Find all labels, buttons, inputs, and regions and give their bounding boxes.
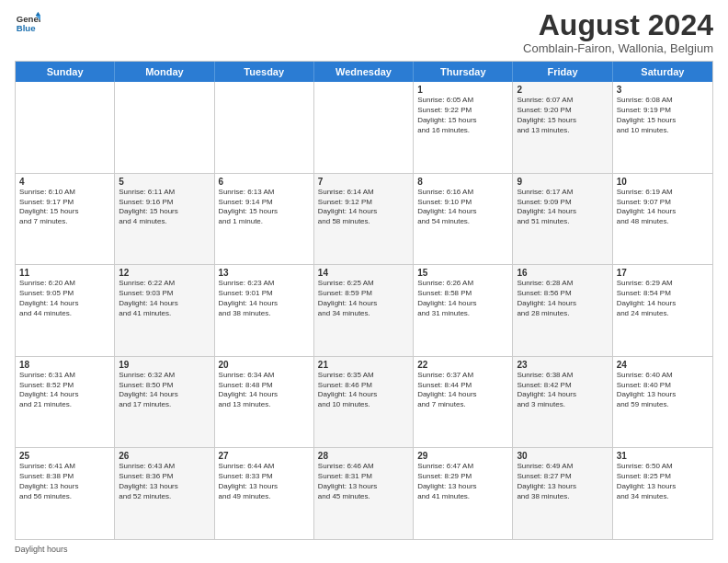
day-number: 20 xyxy=(219,360,310,370)
cell-text: Sunrise: 6:32 AM Sunset: 8:50 PM Dayligh… xyxy=(119,371,210,410)
cal-header-day-tuesday: Tuesday xyxy=(215,62,314,82)
cal-row-0: 1Sunrise: 6:05 AM Sunset: 9:22 PM Daylig… xyxy=(16,82,712,173)
calendar: SundayMondayTuesdayWednesdayThursdayFrid… xyxy=(15,61,713,540)
day-number: 28 xyxy=(318,451,409,461)
cal-row-3: 18Sunrise: 6:31 AM Sunset: 8:52 PM Dayli… xyxy=(16,356,712,448)
day-number: 17 xyxy=(617,268,709,278)
cell-text: Sunrise: 6:44 AM Sunset: 8:33 PM Dayligh… xyxy=(219,462,310,501)
day-number: 25 xyxy=(19,451,110,461)
day-number: 15 xyxy=(417,268,508,278)
cal-cell-empty xyxy=(314,82,414,173)
day-number: 4 xyxy=(19,177,110,187)
logo-icon: General Blue xyxy=(15,9,40,35)
cal-header-day-saturday: Saturday xyxy=(613,62,712,82)
footer: Daylight hours xyxy=(15,545,713,554)
day-number: 1 xyxy=(417,85,508,95)
day-number: 6 xyxy=(219,177,310,187)
cell-text: Sunrise: 6:20 AM Sunset: 9:05 PM Dayligh… xyxy=(19,279,110,318)
cal-cell-day-31: 31Sunrise: 6:50 AM Sunset: 8:25 PM Dayli… xyxy=(613,448,712,539)
subtitle: Comblain-Fairon, Wallonia, Belgium xyxy=(523,41,713,55)
title-block: August 2024 Comblain-Fairon, Wallonia, B… xyxy=(523,9,713,55)
day-number: 9 xyxy=(517,177,608,187)
cell-text: Sunrise: 6:41 AM Sunset: 8:38 PM Dayligh… xyxy=(19,462,110,501)
day-number: 19 xyxy=(119,360,210,370)
cal-cell-day-23: 23Sunrise: 6:38 AM Sunset: 8:42 PM Dayli… xyxy=(513,357,612,448)
cal-row-4: 25Sunrise: 6:41 AM Sunset: 8:38 PM Dayli… xyxy=(16,447,712,539)
cal-header-day-thursday: Thursday xyxy=(414,62,513,82)
cal-cell-day-22: 22Sunrise: 6:37 AM Sunset: 8:44 PM Dayli… xyxy=(414,357,513,448)
cell-text: Sunrise: 6:38 AM Sunset: 8:42 PM Dayligh… xyxy=(517,371,608,410)
cell-text: Sunrise: 6:49 AM Sunset: 8:27 PM Dayligh… xyxy=(517,462,608,501)
day-number: 26 xyxy=(119,451,210,461)
cal-cell-day-2: 2Sunrise: 6:07 AM Sunset: 9:20 PM Daylig… xyxy=(513,82,612,173)
cal-header-day-sunday: Sunday xyxy=(16,62,115,82)
cal-cell-day-12: 12Sunrise: 6:22 AM Sunset: 9:03 PM Dayli… xyxy=(115,265,214,356)
day-number: 3 xyxy=(617,85,709,95)
header: General Blue August 2024 Comblain-Fairon… xyxy=(15,9,713,55)
cal-cell-day-27: 27Sunrise: 6:44 AM Sunset: 8:33 PM Dayli… xyxy=(215,448,314,539)
logo: General Blue xyxy=(15,9,40,35)
cal-cell-day-5: 5Sunrise: 6:11 AM Sunset: 9:16 PM Daylig… xyxy=(115,174,214,265)
cell-text: Sunrise: 6:17 AM Sunset: 9:09 PM Dayligh… xyxy=(517,188,608,227)
cell-text: Sunrise: 6:34 AM Sunset: 8:48 PM Dayligh… xyxy=(219,371,310,410)
cal-cell-day-3: 3Sunrise: 6:08 AM Sunset: 9:19 PM Daylig… xyxy=(613,82,712,173)
cell-text: Sunrise: 6:08 AM Sunset: 9:19 PM Dayligh… xyxy=(617,96,709,135)
cell-text: Sunrise: 6:07 AM Sunset: 9:20 PM Dayligh… xyxy=(517,96,608,135)
day-number: 5 xyxy=(119,177,210,187)
cell-text: Sunrise: 6:50 AM Sunset: 8:25 PM Dayligh… xyxy=(617,462,709,501)
cell-text: Sunrise: 6:23 AM Sunset: 9:01 PM Dayligh… xyxy=(219,279,310,318)
cal-cell-day-1: 1Sunrise: 6:05 AM Sunset: 9:22 PM Daylig… xyxy=(414,82,513,173)
day-number: 13 xyxy=(219,268,310,278)
day-number: 30 xyxy=(517,451,608,461)
cal-cell-day-11: 11Sunrise: 6:20 AM Sunset: 9:05 PM Dayli… xyxy=(16,265,115,356)
cell-text: Sunrise: 6:46 AM Sunset: 8:31 PM Dayligh… xyxy=(318,462,409,501)
footer-label: Daylight hours xyxy=(15,545,68,554)
cal-cell-day-18: 18Sunrise: 6:31 AM Sunset: 8:52 PM Dayli… xyxy=(16,357,115,448)
cell-text: Sunrise: 6:19 AM Sunset: 9:07 PM Dayligh… xyxy=(617,188,709,227)
cal-cell-day-7: 7Sunrise: 6:14 AM Sunset: 9:12 PM Daylig… xyxy=(314,174,414,265)
cell-text: Sunrise: 6:29 AM Sunset: 8:54 PM Dayligh… xyxy=(617,279,709,318)
cal-header-day-wednesday: Wednesday xyxy=(314,62,414,82)
day-number: 23 xyxy=(517,360,608,370)
cal-cell-day-16: 16Sunrise: 6:28 AM Sunset: 8:56 PM Dayli… xyxy=(513,265,612,356)
cal-cell-day-19: 19Sunrise: 6:32 AM Sunset: 8:50 PM Dayli… xyxy=(115,357,214,448)
cal-cell-day-14: 14Sunrise: 6:25 AM Sunset: 8:59 PM Dayli… xyxy=(314,265,414,356)
day-number: 7 xyxy=(318,177,409,187)
day-number: 31 xyxy=(617,451,709,461)
cal-header-day-monday: Monday xyxy=(115,62,214,82)
cal-cell-empty xyxy=(16,82,115,173)
cell-text: Sunrise: 6:26 AM Sunset: 8:58 PM Dayligh… xyxy=(417,279,508,318)
cal-cell-day-17: 17Sunrise: 6:29 AM Sunset: 8:54 PM Dayli… xyxy=(613,265,712,356)
cal-row-1: 4Sunrise: 6:10 AM Sunset: 9:17 PM Daylig… xyxy=(16,173,712,265)
day-number: 29 xyxy=(417,451,508,461)
cal-cell-day-26: 26Sunrise: 6:43 AM Sunset: 8:36 PM Dayli… xyxy=(115,448,214,539)
day-number: 22 xyxy=(417,360,508,370)
cal-cell-day-6: 6Sunrise: 6:13 AM Sunset: 9:14 PM Daylig… xyxy=(215,174,314,265)
day-number: 10 xyxy=(617,177,709,187)
day-number: 21 xyxy=(318,360,409,370)
cell-text: Sunrise: 6:37 AM Sunset: 8:44 PM Dayligh… xyxy=(417,371,508,410)
cal-cell-day-30: 30Sunrise: 6:49 AM Sunset: 8:27 PM Dayli… xyxy=(513,448,612,539)
cell-text: Sunrise: 6:05 AM Sunset: 9:22 PM Dayligh… xyxy=(417,96,508,135)
svg-text:Blue: Blue xyxy=(17,23,36,33)
day-number: 16 xyxy=(517,268,608,278)
cal-cell-empty xyxy=(215,82,314,173)
cell-text: Sunrise: 6:13 AM Sunset: 9:14 PM Dayligh… xyxy=(219,188,310,227)
day-number: 2 xyxy=(517,85,608,95)
cal-cell-day-13: 13Sunrise: 6:23 AM Sunset: 9:01 PM Dayli… xyxy=(215,265,314,356)
calendar-body: 1Sunrise: 6:05 AM Sunset: 9:22 PM Daylig… xyxy=(16,82,712,539)
cell-text: Sunrise: 6:11 AM Sunset: 9:16 PM Dayligh… xyxy=(119,188,210,227)
cal-cell-day-20: 20Sunrise: 6:34 AM Sunset: 8:48 PM Dayli… xyxy=(215,357,314,448)
day-number: 8 xyxy=(417,177,508,187)
cell-text: Sunrise: 6:31 AM Sunset: 8:52 PM Dayligh… xyxy=(19,371,110,410)
day-number: 14 xyxy=(318,268,409,278)
cal-cell-day-10: 10Sunrise: 6:19 AM Sunset: 9:07 PM Dayli… xyxy=(613,174,712,265)
day-number: 18 xyxy=(19,360,110,370)
cal-cell-day-28: 28Sunrise: 6:46 AM Sunset: 8:31 PM Dayli… xyxy=(314,448,414,539)
cell-text: Sunrise: 6:47 AM Sunset: 8:29 PM Dayligh… xyxy=(417,462,508,501)
cell-text: Sunrise: 6:14 AM Sunset: 9:12 PM Dayligh… xyxy=(318,188,409,227)
cal-cell-day-8: 8Sunrise: 6:16 AM Sunset: 9:10 PM Daylig… xyxy=(414,174,513,265)
cal-cell-empty xyxy=(115,82,214,173)
cell-text: Sunrise: 6:28 AM Sunset: 8:56 PM Dayligh… xyxy=(517,279,608,318)
cell-text: Sunrise: 6:35 AM Sunset: 8:46 PM Dayligh… xyxy=(318,371,409,410)
